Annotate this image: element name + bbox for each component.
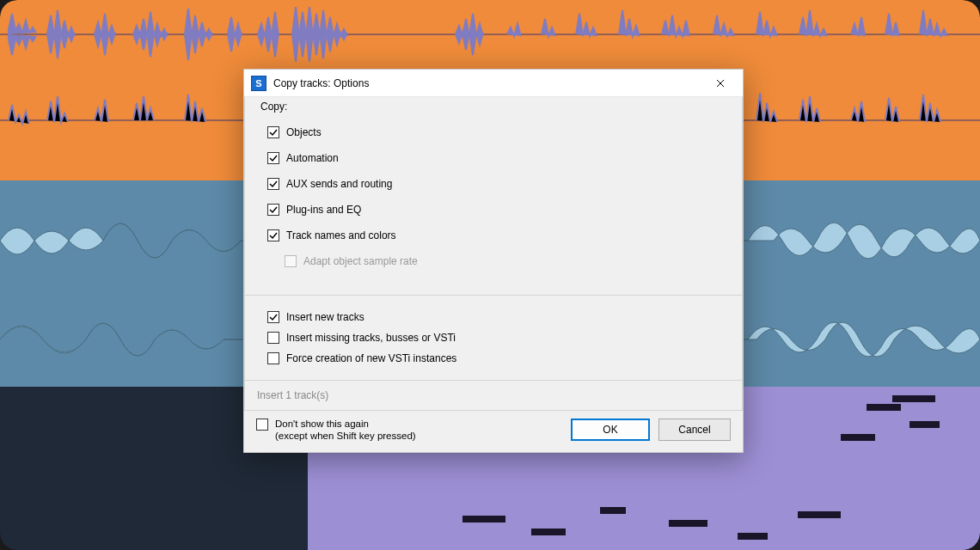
checkmark-icon bbox=[269, 180, 278, 188]
checkmark-icon bbox=[269, 231, 278, 240]
checkbox-row-objects: Objects bbox=[267, 126, 728, 138]
checkbox-label[interactable]: Force creation of new VSTi instances bbox=[286, 352, 456, 364]
waveform-1a bbox=[0, 0, 980, 69]
checkbox-row-plugins: Plug-ins and EQ bbox=[267, 204, 728, 216]
checkbox-label: Adapt object sample rate bbox=[303, 255, 418, 267]
checkbox-row-insert-new: Insert new tracks bbox=[267, 311, 728, 323]
midi-note bbox=[841, 434, 875, 441]
checkmark-icon bbox=[269, 313, 278, 321]
checkbox-label[interactable]: Track names and colors bbox=[286, 229, 396, 241]
midi-note bbox=[738, 533, 768, 540]
checkbox-row-insert-missing: Insert missing tracks, busses or VSTi bbox=[267, 332, 728, 344]
dont-show-line2: (except when Shift key pressed) bbox=[275, 430, 416, 442]
checkbox-label[interactable]: Insert new tracks bbox=[286, 311, 364, 323]
midi-note bbox=[600, 507, 626, 514]
checkbox-plugins[interactable] bbox=[267, 204, 279, 216]
checkbox-force-vsti[interactable] bbox=[267, 352, 279, 364]
checkbox-label[interactable]: AUX sends and routing bbox=[286, 178, 392, 190]
cancel-button[interactable]: Cancel bbox=[658, 419, 731, 441]
checkbox-row-automation: Automation bbox=[267, 152, 728, 164]
midi-note bbox=[867, 404, 901, 411]
checkbox-label[interactable]: Automation bbox=[286, 152, 339, 164]
dialog-footer: Don't show this again (except when Shift… bbox=[244, 411, 743, 452]
ok-button[interactable]: OK bbox=[571, 419, 650, 441]
checkbox-label[interactable]: Insert missing tracks, busses or VSTi bbox=[286, 332, 456, 344]
dialog-body: Copy: Objects Automation AUX sends and r… bbox=[244, 97, 743, 452]
checkmark-icon bbox=[269, 128, 278, 137]
checkbox-aux-sends[interactable] bbox=[267, 178, 279, 190]
checkbox-row-force-vsti: Force creation of new VSTi instances bbox=[267, 352, 728, 364]
dont-show-again-group: Don't show this again (except when Shift… bbox=[256, 418, 562, 442]
insert-section: Insert new tracks Insert missing tracks,… bbox=[244, 296, 743, 381]
copy-section-label: Copy: bbox=[260, 101, 728, 113]
close-icon bbox=[716, 79, 725, 88]
checkbox-automation[interactable] bbox=[267, 152, 279, 164]
checkbox-label[interactable]: Objects bbox=[286, 126, 322, 138]
dialog-title: Copy tracks: Options bbox=[273, 77, 701, 89]
checkbox-dont-show-again[interactable] bbox=[256, 419, 268, 431]
midi-note bbox=[531, 529, 566, 535]
checkbox-adapt-sample-rate bbox=[285, 255, 297, 267]
midi-note bbox=[669, 520, 707, 527]
checkbox-insert-missing[interactable] bbox=[267, 332, 279, 344]
checkbox-track-names[interactable] bbox=[267, 229, 279, 241]
dont-show-label[interactable]: Don't show this again (except when Shift… bbox=[275, 418, 416, 442]
checkbox-row-adapt: Adapt object sample rate bbox=[285, 255, 728, 267]
checkbox-insert-new-tracks[interactable] bbox=[267, 311, 279, 323]
midi-note bbox=[798, 511, 841, 518]
dialog-titlebar[interactable]: S Copy tracks: Options bbox=[244, 70, 743, 97]
info-text: Insert 1 track(s) bbox=[244, 381, 743, 411]
dont-show-line1: Don't show this again bbox=[275, 418, 416, 430]
checkmark-icon bbox=[269, 205, 278, 214]
app-icon: S bbox=[251, 76, 266, 91]
midi-note bbox=[892, 395, 935, 402]
checkmark-icon bbox=[269, 154, 278, 162]
checkbox-objects[interactable] bbox=[267, 126, 279, 138]
copy-section: Copy: Objects Automation AUX sends and r… bbox=[244, 97, 743, 296]
copy-tracks-dialog: S Copy tracks: Options Copy: Objects Aut… bbox=[243, 69, 744, 453]
midi-note bbox=[910, 421, 940, 428]
checkbox-row-tracknames: Track names and colors bbox=[267, 229, 728, 241]
midi-note bbox=[462, 516, 505, 522]
close-button[interactable] bbox=[701, 71, 739, 95]
checkbox-row-aux: AUX sends and routing bbox=[267, 178, 728, 190]
checkbox-label[interactable]: Plug-ins and EQ bbox=[286, 204, 361, 216]
